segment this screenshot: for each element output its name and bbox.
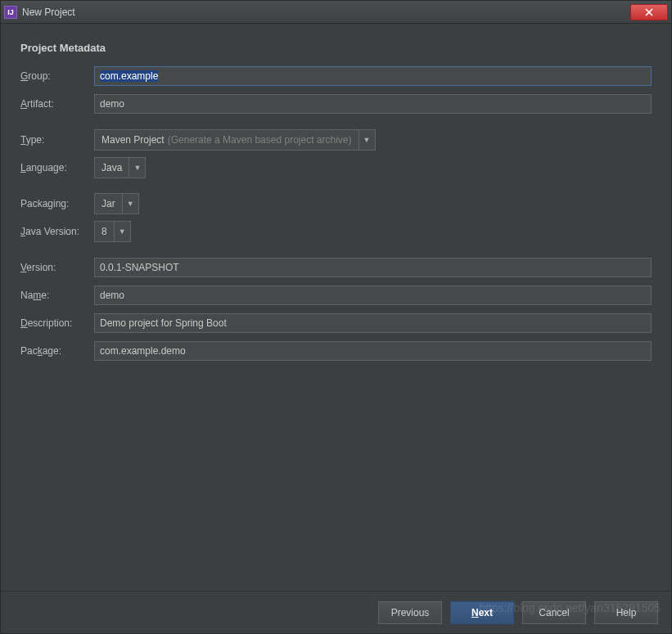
label-version: Version: <box>20 262 94 273</box>
close-icon <box>645 8 653 16</box>
language-value: Java <box>95 158 129 178</box>
java-version-value: 8 <box>95 222 114 241</box>
package-field[interactable] <box>94 341 652 361</box>
chevron-down-icon: ▼ <box>129 158 145 178</box>
row-package: Package: <box>20 340 652 362</box>
dialog-footer: Previous Next Cancel Help <box>1 591 671 633</box>
label-java-version: Java Version: <box>20 226 94 237</box>
type-dropdown[interactable]: Maven Project (Generate a Maven based pr… <box>94 129 376 151</box>
artifact-field[interactable] <box>94 94 652 114</box>
close-button[interactable] <box>630 4 668 20</box>
chevron-down-icon: ▼ <box>122 194 138 214</box>
dialog-content: Project Metadata Group: Artifact: Type: … <box>1 24 671 591</box>
section-title: Project Metadata <box>20 42 652 54</box>
chevron-down-icon: ▼ <box>359 130 375 150</box>
form: Group: Artifact: Type: Maven Project (Ge… <box>20 65 652 362</box>
description-field[interactable] <box>94 313 652 333</box>
version-field[interactable] <box>94 258 652 277</box>
row-version: Version: <box>20 257 652 278</box>
name-field[interactable] <box>94 286 652 305</box>
chevron-down-icon: ▼ <box>114 222 130 241</box>
previous-button[interactable]: Previous <box>378 601 442 624</box>
label-package: Package: <box>20 345 94 357</box>
label-description: Description: <box>20 317 94 329</box>
type-text: Maven Project <box>101 134 165 146</box>
cancel-button[interactable]: Cancel <box>522 601 586 624</box>
label-group: Group: <box>20 70 94 82</box>
row-artifact: Artifact: <box>20 93 652 115</box>
type-hint: (Generate a Maven based project archive) <box>168 134 352 146</box>
row-type: Type: Maven Project (Generate a Maven ba… <box>20 129 652 151</box>
label-packaging: Packaging: <box>20 198 94 209</box>
next-button[interactable]: Next <box>450 601 514 624</box>
row-java-version: Java Version: 8 ▼ <box>20 221 652 242</box>
row-packaging: Packaging: Jar ▼ <box>20 193 652 214</box>
language-dropdown[interactable]: Java ▼ <box>94 157 146 178</box>
row-group: Group: <box>20 65 652 87</box>
row-name: Name: <box>20 285 652 306</box>
label-type: Type: <box>20 134 94 146</box>
group-field[interactable] <box>94 66 652 86</box>
titlebar[interactable]: IJ New Project <box>1 1 671 24</box>
row-language: Language: Java ▼ <box>20 157 652 178</box>
app-icon: IJ <box>4 6 17 19</box>
row-description: Description: <box>20 313 652 334</box>
help-button[interactable]: Help <box>594 601 658 624</box>
type-value: Maven Project (Generate a Maven based pr… <box>95 130 359 150</box>
label-language: Language: <box>20 162 94 173</box>
label-artifact: Artifact: <box>20 98 94 110</box>
packaging-value: Jar <box>95 194 122 214</box>
java-version-dropdown[interactable]: 8 ▼ <box>94 221 131 242</box>
packaging-dropdown[interactable]: Jar ▼ <box>94 193 139 214</box>
label-name: Name: <box>20 290 94 301</box>
window-controls <box>630 4 668 20</box>
new-project-dialog: IJ New Project Project Metadata Group: A… <box>0 0 672 634</box>
window-title: New Project <box>22 7 630 18</box>
